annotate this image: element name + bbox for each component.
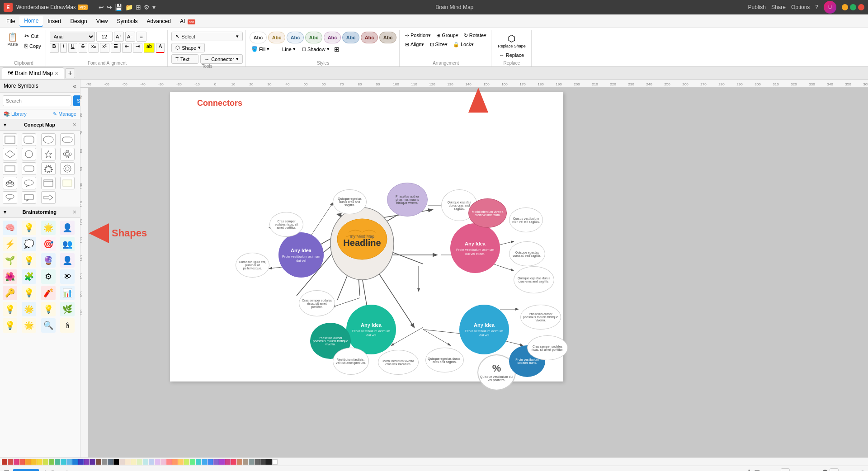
color-swatch-black[interactable] (113, 459, 119, 465)
brain-icon-4[interactable]: 👤 (60, 221, 75, 235)
brain-icon-5[interactable]: ⚡ (3, 237, 17, 251)
brain-icon-15[interactable]: ⚙ (41, 269, 56, 284)
small-node-12[interactable]: Cras semper sodales risus, sit amet port… (527, 335, 568, 360)
shape-ring[interactable] (60, 162, 75, 175)
canvas-page[interactable]: Connectors my M (170, 92, 563, 382)
color-swatch-light6[interactable] (149, 459, 154, 465)
cs-37[interactable] (213, 459, 219, 465)
cut-btn[interactable]: ✂Cut (23, 32, 43, 40)
brain-icon-12[interactable]: 👤 (60, 253, 75, 268)
pink-node-tr[interactable]: Morbi interdum viverra erein vel interdu… (468, 198, 507, 228)
cs-46[interactable] (266, 459, 272, 465)
color-swatch-14[interactable] (84, 459, 90, 465)
shape-star[interactable] (41, 148, 56, 160)
brain-icon-13[interactable]: 🌺 (3, 269, 17, 284)
color-swatch-13[interactable] (78, 459, 84, 465)
line-btn[interactable]: —Line▾ (274, 45, 297, 53)
color-swatch-15[interactable] (90, 459, 95, 465)
color-swatch-3[interactable] (19, 459, 25, 465)
brain-icon-26[interactable]: 🌟 (22, 318, 36, 333)
library-link[interactable]: 📚 Library (4, 111, 27, 117)
color-swatch-10[interactable] (61, 459, 66, 465)
menu-ai[interactable]: AI hot (175, 16, 200, 26)
brain-icon-3[interactable]: 🌟 (41, 221, 56, 235)
position-btn[interactable]: ⊹Position▾ (403, 32, 433, 39)
menu-advanced[interactable]: Advanced (142, 16, 175, 26)
cs-45[interactable] (260, 459, 266, 465)
sup-btn[interactable]: x² (100, 43, 109, 53)
increase-font-btn[interactable]: A⁺ (114, 32, 124, 42)
style-3[interactable]: Abc (287, 32, 304, 43)
lock-btn[interactable]: 🔒Lock▾ (451, 41, 476, 48)
color-swatch-light1[interactable] (119, 459, 125, 465)
color-swatch-9[interactable] (55, 459, 60, 465)
italic-btn[interactable]: I (60, 43, 67, 53)
brain-icon-10[interactable]: 💡 (22, 253, 36, 268)
cs-41[interactable] (237, 459, 242, 465)
shape-rounded2[interactable] (22, 162, 36, 175)
any-idea-1[interactable]: Any Idea Proin vestibulum acimum dui vel (278, 232, 324, 278)
brain-icon-25[interactable]: 💡 (3, 318, 17, 333)
cs-33[interactable] (190, 459, 195, 465)
shape-cloud[interactable] (3, 177, 17, 189)
color-swatch-light5[interactable] (143, 459, 148, 465)
small-node-4[interactable]: Cursus vestibulum nibh vel elit sagittis… (509, 207, 543, 232)
cs-38[interactable] (219, 459, 225, 465)
shape-starburst[interactable] (41, 162, 56, 175)
cs-31[interactable] (178, 459, 184, 465)
close-btn[interactable] (858, 4, 864, 10)
color-swatch-light2[interactable] (125, 459, 131, 465)
brain-icon-19[interactable]: 🧨 (41, 286, 56, 300)
brain-icon-22[interactable]: 🌟 (22, 302, 36, 316)
style-7[interactable]: Abc (361, 32, 378, 43)
underline-btn[interactable]: U (68, 43, 77, 53)
cs-44[interactable] (255, 459, 260, 465)
color-swatch-light3[interactable] (131, 459, 137, 465)
brain-icon-28[interactable]: 🕯 (60, 318, 75, 333)
page-1-tab[interactable]: Page-1 (13, 469, 39, 471)
fit-btn[interactable]: ⊡ (754, 468, 760, 471)
brain-icon-18[interactable]: 💡 (22, 286, 36, 300)
menu-home[interactable]: Home (19, 16, 43, 27)
font-size-input[interactable] (96, 32, 113, 42)
small-node-9[interactable]: Vestibulum facilisis, velit sit amet pre… (333, 348, 369, 375)
search-input[interactable] (3, 95, 71, 106)
shape-rect2[interactable] (3, 162, 17, 175)
cs-42[interactable] (243, 459, 248, 465)
shape-hexagon[interactable] (22, 148, 36, 160)
add-page-btn[interactable]: + (42, 468, 47, 471)
color-swatch-light4[interactable] (137, 459, 142, 465)
tab-close-btn[interactable]: × (55, 70, 58, 77)
minimize-btn[interactable] (842, 4, 848, 10)
replace-btn[interactable]: ↔ Replace (498, 52, 526, 59)
small-node-6[interactable]: Quisque egestas durus cras-eros and sagi… (514, 266, 554, 293)
style-4[interactable]: Abc (305, 32, 322, 43)
color-swatch-red[interactable] (2, 459, 7, 465)
sub-btn[interactable]: x₂ (89, 43, 99, 53)
decrease-font-btn[interactable]: A⁻ (125, 32, 135, 42)
shape-stadium[interactable] (60, 133, 75, 146)
brain-icon-20[interactable]: 📊 (60, 286, 75, 300)
small-node-8[interactable]: Cras semper sodales risus, sit amet port… (299, 290, 335, 316)
panel-collapse-btn[interactable]: « (73, 82, 76, 89)
fill-btn[interactable]: 🪣Fill▾ (250, 45, 271, 53)
more-btn[interactable]: ▾ (152, 4, 156, 11)
shape-diamond[interactable] (3, 148, 17, 160)
color-swatch-17[interactable] (102, 459, 107, 465)
small-node-5[interactable]: Quisque egestas curusas sed sagittis. (509, 241, 545, 266)
any-idea-4[interactable]: Any Idea Proin vestibulum acimum dui vel (459, 305, 509, 354)
help-btn[interactable]: ? (815, 4, 818, 10)
fullscreen-btn[interactable]: ⤢ (859, 468, 864, 471)
brain-icon-11[interactable]: 🔮 (41, 253, 56, 268)
shape-speech[interactable] (22, 177, 36, 189)
color-swatch-12[interactable] (72, 459, 78, 465)
indent-dec-btn[interactable]: ⇤ (122, 43, 132, 53)
info-btn[interactable]: ℹ (748, 468, 750, 471)
style-2[interactable]: Abc (268, 32, 285, 43)
menu-view[interactable]: View (92, 16, 113, 26)
bullet-btn[interactable]: ☰ (111, 43, 121, 53)
rotate-btn[interactable]: ↻Rotate▾ (462, 32, 488, 39)
menu-insert[interactable]: Insert (43, 16, 66, 26)
font-select[interactable]: Arial (50, 32, 95, 42)
strikethrough-btn[interactable]: S (79, 43, 87, 53)
